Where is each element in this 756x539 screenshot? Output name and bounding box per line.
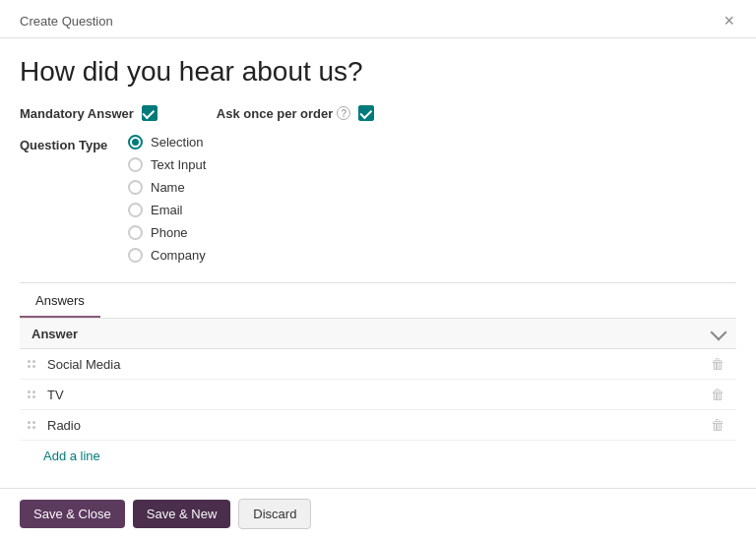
radio-label-email: Email xyxy=(151,203,183,217)
radio-label-text_input: Text Input xyxy=(151,157,206,172)
fields-row: Mandatory Answer Ask once per order ? xyxy=(20,105,736,121)
ask-once-help-icon[interactable]: ? xyxy=(337,106,350,120)
question-type-row: Question Type SelectionText InputNameEma… xyxy=(20,135,736,263)
radio-circle-email xyxy=(128,203,143,217)
mandatory-answer-label: Mandatory Answer xyxy=(20,106,134,121)
radio-label-phone: Phone xyxy=(151,225,188,240)
answer-text: Radio xyxy=(47,418,699,433)
radio-label-name: Name xyxy=(151,180,185,195)
discard-button[interactable]: Discard xyxy=(238,499,311,529)
mandatory-answer-group: Mandatory Answer xyxy=(20,105,158,121)
tab-answers[interactable]: Answers xyxy=(20,283,100,318)
save-new-button[interactable]: Save & New xyxy=(133,500,231,528)
answer-text: Social Media xyxy=(47,357,699,372)
ask-once-checkbox[interactable] xyxy=(358,105,374,121)
dialog-body: How did you hear about us? Mandatory Ans… xyxy=(0,38,756,488)
tabs-bar: Answers xyxy=(20,283,736,318)
close-button[interactable]: × xyxy=(722,12,736,30)
question-type-label: Question Type xyxy=(20,135,128,152)
answer-text: TV xyxy=(47,388,699,402)
dialog-header: Create Question × xyxy=(0,0,756,38)
radio-circle-company xyxy=(128,248,143,263)
question-title: How did you hear about us? xyxy=(20,56,736,88)
radio-label-company: Company xyxy=(151,248,206,263)
tabs-section: Answers Answer Social Media🗑TV🗑Radio🗑 Ad… xyxy=(20,282,736,471)
answers-column-header: Answer xyxy=(32,327,78,341)
chevron-down-icon xyxy=(709,325,724,342)
save-close-button[interactable]: Save & Close xyxy=(20,500,125,528)
add-line-button[interactable]: Add a line xyxy=(20,441,112,471)
radio-circle-phone xyxy=(128,225,143,240)
radio-circle-selection xyxy=(128,135,143,150)
dialog-footer: Save & Close Save & New Discard xyxy=(0,488,756,539)
drag-handle[interactable] xyxy=(24,358,39,370)
radio-option-email[interactable]: Email xyxy=(128,203,206,217)
delete-answer-icon[interactable]: 🗑 xyxy=(707,415,728,435)
answers-column-header-row: Answer xyxy=(20,318,736,349)
radio-option-phone[interactable]: Phone xyxy=(128,225,206,240)
ask-once-group: Ask once per order ? xyxy=(217,105,375,121)
dialog-title: Create Question xyxy=(20,14,113,29)
radio-option-name[interactable]: Name xyxy=(128,180,206,195)
table-row: Social Media🗑 xyxy=(20,349,736,380)
drag-handle[interactable] xyxy=(24,419,39,431)
delete-answer-icon[interactable]: 🗑 xyxy=(707,385,728,404)
create-question-dialog: Create Question × How did you hear about… xyxy=(0,0,756,539)
delete-answer-icon[interactable]: 🗑 xyxy=(707,354,728,374)
question-type-options: SelectionText InputNameEmailPhoneCompany xyxy=(128,135,206,263)
ask-once-label: Ask once per order ? xyxy=(217,106,351,121)
answer-rows-container: Social Media🗑TV🗑Radio🗑 xyxy=(20,349,736,441)
drag-handle[interactable] xyxy=(24,389,39,400)
mandatory-answer-checkbox[interactable] xyxy=(142,105,158,121)
radio-option-selection[interactable]: Selection xyxy=(128,135,206,150)
radio-circle-text_input xyxy=(128,157,143,172)
table-row: Radio🗑 xyxy=(20,410,736,441)
radio-circle-name xyxy=(128,180,143,195)
radio-option-company[interactable]: Company xyxy=(128,248,206,263)
radio-option-text_input[interactable]: Text Input xyxy=(128,157,206,172)
radio-label-selection: Selection xyxy=(151,135,203,150)
table-row: TV🗑 xyxy=(20,380,736,410)
